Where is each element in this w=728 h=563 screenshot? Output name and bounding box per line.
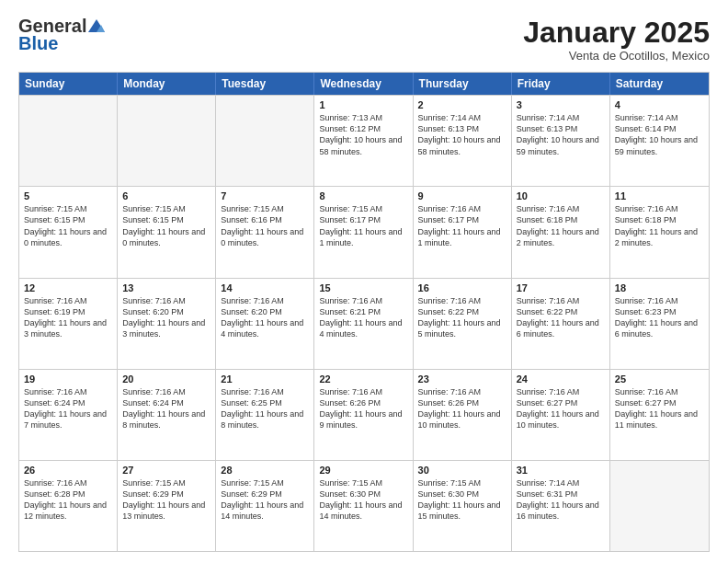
day-number: 23 xyxy=(418,373,506,385)
day-info: Sunrise: 7:15 AMSunset: 6:30 PMDaylight:… xyxy=(418,477,506,523)
day-cell-0-5: 3Sunrise: 7:14 AMSunset: 6:13 PMDaylight… xyxy=(512,96,610,186)
weekday-wednesday: Wednesday xyxy=(314,73,413,95)
day-cell-2-5: 17Sunrise: 7:16 AMSunset: 6:22 PMDayligh… xyxy=(512,279,610,369)
weekday-sunday: Sunday xyxy=(19,73,118,95)
day-cell-3-2: 21Sunrise: 7:16 AMSunset: 6:25 PMDayligh… xyxy=(216,370,314,460)
day-number: 27 xyxy=(122,465,210,476)
weekday-thursday: Thursday xyxy=(414,73,512,95)
day-info: Sunrise: 7:15 AMSunset: 6:15 PMDaylight:… xyxy=(122,203,210,248)
day-number: 26 xyxy=(24,465,112,476)
day-cell-4-4: 30Sunrise: 7:15 AMSunset: 6:30 PMDayligh… xyxy=(414,461,512,551)
day-number: 16 xyxy=(418,282,506,293)
weekday-tuesday: Tuesday xyxy=(216,73,314,95)
logo-general-text: General xyxy=(18,17,86,35)
day-info: Sunrise: 7:14 AMSunset: 6:13 PMDaylight:… xyxy=(418,112,506,157)
day-number: 1 xyxy=(319,99,407,110)
day-number: 10 xyxy=(517,190,605,201)
day-number: 14 xyxy=(221,282,309,293)
day-info: Sunrise: 7:16 AMSunset: 6:18 PMDaylight:… xyxy=(517,203,605,248)
month-title: January 2025 xyxy=(523,17,710,49)
day-number: 18 xyxy=(615,282,704,293)
day-number: 12 xyxy=(24,282,112,293)
day-cell-4-5: 31Sunrise: 7:14 AMSunset: 6:31 PMDayligh… xyxy=(512,461,610,551)
day-info: Sunrise: 7:16 AMSunset: 6:22 PMDaylight:… xyxy=(418,295,506,340)
weekday-saturday: Saturday xyxy=(610,73,709,95)
day-number: 17 xyxy=(517,282,605,293)
day-cell-2-3: 15Sunrise: 7:16 AMSunset: 6:21 PMDayligh… xyxy=(314,279,413,369)
day-cell-4-3: 29Sunrise: 7:15 AMSunset: 6:30 PMDayligh… xyxy=(314,461,413,551)
day-number: 25 xyxy=(615,373,704,385)
calendar-header: Sunday Monday Tuesday Wednesday Thursday… xyxy=(19,73,709,95)
header: General Blue January 2025 Venta de Ocoti… xyxy=(18,17,710,63)
day-cell-1-2: 7Sunrise: 7:15 AMSunset: 6:16 PMDaylight… xyxy=(216,187,314,277)
day-info: Sunrise: 7:15 AMSunset: 6:15 PMDaylight:… xyxy=(24,203,112,248)
day-cell-3-0: 19Sunrise: 7:16 AMSunset: 6:24 PMDayligh… xyxy=(19,370,118,460)
day-cell-0-1 xyxy=(118,96,216,186)
week-row-4: 26Sunrise: 7:16 AMSunset: 6:28 PMDayligh… xyxy=(19,460,709,551)
day-cell-3-4: 23Sunrise: 7:16 AMSunset: 6:26 PMDayligh… xyxy=(414,370,512,460)
day-number: 22 xyxy=(319,373,407,385)
week-row-1: 5Sunrise: 7:15 AMSunset: 6:15 PMDaylight… xyxy=(19,186,709,277)
day-info: Sunrise: 7:16 AMSunset: 6:18 PMDaylight:… xyxy=(615,203,704,248)
day-number: 9 xyxy=(418,190,506,201)
day-number: 30 xyxy=(418,465,506,476)
day-cell-1-6: 11Sunrise: 7:16 AMSunset: 6:18 PMDayligh… xyxy=(610,187,709,277)
week-row-2: 12Sunrise: 7:16 AMSunset: 6:19 PMDayligh… xyxy=(19,278,709,369)
day-number: 13 xyxy=(122,282,210,293)
day-cell-0-3: 1Sunrise: 7:13 AMSunset: 6:12 PMDaylight… xyxy=(314,96,413,186)
day-number: 28 xyxy=(221,465,309,476)
day-info: Sunrise: 7:16 AMSunset: 6:27 PMDaylight:… xyxy=(517,386,605,431)
day-info: Sunrise: 7:14 AMSunset: 6:13 PMDaylight:… xyxy=(517,112,605,157)
day-cell-2-1: 13Sunrise: 7:16 AMSunset: 6:20 PMDayligh… xyxy=(118,279,216,369)
day-cell-4-0: 26Sunrise: 7:16 AMSunset: 6:28 PMDayligh… xyxy=(19,461,118,551)
day-cell-0-2 xyxy=(216,96,314,186)
day-cell-3-3: 22Sunrise: 7:16 AMSunset: 6:26 PMDayligh… xyxy=(314,370,413,460)
day-cell-2-2: 14Sunrise: 7:16 AMSunset: 6:20 PMDayligh… xyxy=(216,279,314,369)
day-cell-1-4: 9Sunrise: 7:16 AMSunset: 6:17 PMDaylight… xyxy=(414,187,512,277)
day-info: Sunrise: 7:16 AMSunset: 6:19 PMDaylight:… xyxy=(24,295,112,340)
weekday-monday: Monday xyxy=(118,73,216,95)
day-info: Sunrise: 7:15 AMSunset: 6:29 PMDaylight:… xyxy=(122,477,210,523)
day-number: 3 xyxy=(517,99,605,110)
week-row-0: 1Sunrise: 7:13 AMSunset: 6:12 PMDaylight… xyxy=(19,95,709,186)
logo-icon xyxy=(88,19,105,32)
day-number: 24 xyxy=(517,373,605,385)
day-cell-0-6: 4Sunrise: 7:14 AMSunset: 6:14 PMDaylight… xyxy=(610,96,709,186)
week-row-3: 19Sunrise: 7:16 AMSunset: 6:24 PMDayligh… xyxy=(19,369,709,460)
day-info: Sunrise: 7:16 AMSunset: 6:24 PMDaylight:… xyxy=(24,386,112,431)
day-info: Sunrise: 7:16 AMSunset: 6:17 PMDaylight:… xyxy=(418,203,506,248)
day-cell-3-6: 25Sunrise: 7:16 AMSunset: 6:27 PMDayligh… xyxy=(610,370,709,460)
day-cell-0-0 xyxy=(19,96,118,186)
day-info: Sunrise: 7:16 AMSunset: 6:23 PMDaylight:… xyxy=(615,295,704,340)
day-number: 11 xyxy=(615,190,704,201)
calendar-body: 1Sunrise: 7:13 AMSunset: 6:12 PMDaylight… xyxy=(19,95,709,551)
calendar: Sunday Monday Tuesday Wednesday Thursday… xyxy=(18,72,710,552)
day-cell-3-1: 20Sunrise: 7:16 AMSunset: 6:24 PMDayligh… xyxy=(118,370,216,460)
day-info: Sunrise: 7:16 AMSunset: 6:26 PMDaylight:… xyxy=(418,386,506,431)
day-cell-4-6 xyxy=(610,461,709,551)
day-number: 8 xyxy=(319,190,407,201)
title-block: January 2025 Venta de Ocotillos, Mexico xyxy=(523,17,710,63)
day-info: Sunrise: 7:15 AMSunset: 6:29 PMDaylight:… xyxy=(221,477,309,523)
day-info: Sunrise: 7:14 AMSunset: 6:14 PMDaylight:… xyxy=(615,112,704,157)
logo: General Blue xyxy=(18,17,105,54)
day-info: Sunrise: 7:16 AMSunset: 6:20 PMDaylight:… xyxy=(221,295,309,340)
day-number: 20 xyxy=(122,373,210,385)
day-number: 19 xyxy=(24,373,112,385)
day-number: 2 xyxy=(418,99,506,110)
day-number: 6 xyxy=(122,190,210,201)
day-number: 29 xyxy=(319,465,407,476)
day-cell-2-6: 18Sunrise: 7:16 AMSunset: 6:23 PMDayligh… xyxy=(610,279,709,369)
day-number: 21 xyxy=(221,373,309,385)
page: General Blue January 2025 Venta de Ocoti… xyxy=(0,0,728,563)
day-cell-1-3: 8Sunrise: 7:15 AMSunset: 6:17 PMDaylight… xyxy=(314,187,413,277)
day-info: Sunrise: 7:16 AMSunset: 6:25 PMDaylight:… xyxy=(221,386,309,431)
day-number: 4 xyxy=(615,99,704,110)
day-info: Sunrise: 7:14 AMSunset: 6:31 PMDaylight:… xyxy=(517,477,605,523)
day-cell-3-5: 24Sunrise: 7:16 AMSunset: 6:27 PMDayligh… xyxy=(512,370,610,460)
day-info: Sunrise: 7:15 AMSunset: 6:16 PMDaylight:… xyxy=(221,203,309,248)
day-info: Sunrise: 7:16 AMSunset: 6:28 PMDaylight:… xyxy=(24,477,112,523)
day-info: Sunrise: 7:15 AMSunset: 6:17 PMDaylight:… xyxy=(319,203,407,248)
day-cell-1-1: 6Sunrise: 7:15 AMSunset: 6:15 PMDaylight… xyxy=(118,187,216,277)
day-info: Sunrise: 7:13 AMSunset: 6:12 PMDaylight:… xyxy=(319,112,407,157)
